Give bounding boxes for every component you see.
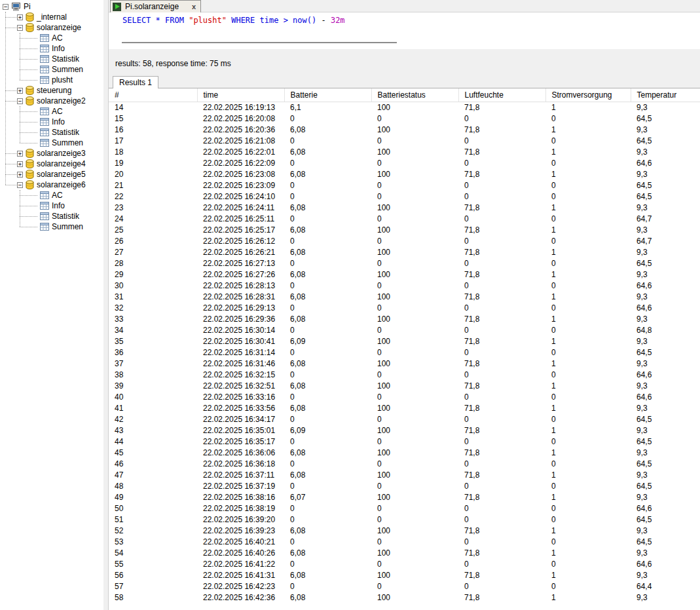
tree-item-ac[interactable]: AC [0,33,103,43]
table-row[interactable]: 3122.02.2025 16:28:316,0810071,819,3 [109,291,700,302]
table-row[interactable]: 1722.02.2025 16:21:08000064,5 [109,135,700,146]
cell-stromversorgung: 1 [545,491,631,503]
table-row[interactable]: 2522.02.2025 16:25:176,0810071,819,3 [109,224,700,235]
tree-item-pi[interactable]: −Pi [0,1,103,12]
table-row[interactable]: 2122.02.2025 16:23:09000064,5 [109,180,700,191]
tree-item-statistik[interactable]: Statistik [0,54,103,64]
editor-tab-label: Pi.solaranzeige [125,2,179,11]
tree-item-solaranzeige4[interactable]: +solaranzeige4 [0,159,103,169]
table-row[interactable]: 1522.02.2025 16:20:08000064,5 [109,113,700,124]
tree-item-ac[interactable]: AC [0,190,103,200]
column-header-num[interactable]: # [109,88,197,102]
cell-num: 26 [109,235,197,246]
tree-item-statistik[interactable]: Statistik [0,127,103,138]
table-row[interactable]: 3822.02.2025 16:32:15000064,6 [109,369,700,380]
cell-stromversorgung: 1 [545,168,631,180]
tree-item-info[interactable]: Info [0,43,103,54]
table-row[interactable]: 5822.02.2025 16:42:366,0810071,819,3 [109,592,700,603]
column-header-time[interactable]: time [197,88,284,102]
panel-splitter[interactable] [103,0,108,610]
collapse-box-icon[interactable]: − [3,4,9,10]
table-row[interactable]: 3222.02.2025 16:29:13000064,6 [109,302,700,313]
column-header-luftfeuchte[interactable]: Luftfeuchte [458,88,545,102]
table-row[interactable]: 5322.02.2025 16:40:21000064,5 [109,536,700,547]
tree-item-solaranzeige6[interactable]: −solaranzeige6 [0,180,103,190]
table-row[interactable]: 4622.02.2025 16:36:18000064,5 [109,458,700,469]
table-row[interactable]: 4422.02.2025 16:35:17000064,5 [109,436,700,447]
editor-resize-handle[interactable] [122,42,397,43]
tree-item-info[interactable]: Info [0,200,103,211]
tab-close-icon[interactable]: x [192,3,196,10]
table-row[interactable]: 3522.02.2025 16:30:416,0910071,819,3 [109,335,700,347]
table-row[interactable]: 3922.02.2025 16:32:516,0810071,819,3 [109,380,700,391]
column-header-batteriestatus[interactable]: Batteriestatus [371,88,458,102]
tree-item-solaranzeige5[interactable]: +solaranzeige5 [0,169,103,180]
table-row[interactable]: 2822.02.2025 16:27:13000064,5 [109,257,700,269]
table-row[interactable]: 4222.02.2025 16:34:17000064,5 [109,413,700,425]
table-row[interactable]: 2422.02.2025 16:25:11000064,7 [109,213,700,224]
table-row[interactable]: 4122.02.2025 16:33:566,0810071,819,3 [109,402,700,413]
cell-temperatur: 9,3 [631,358,700,369]
table-row[interactable]: 3322.02.2025 16:29:366,0810071,819,3 [109,313,700,324]
cell-batterie: 6,1 [284,102,371,113]
table-row[interactable]: 2922.02.2025 16:27:266,0810071,819,3 [109,269,700,280]
expand-box-icon[interactable]: + [17,172,23,178]
table-row[interactable]: 2222.02.2025 16:24:10000064,5 [109,191,700,202]
table-row[interactable]: 3622.02.2025 16:31:14000064,5 [109,347,700,358]
table-row[interactable]: 4822.02.2025 16:37:19000064,5 [109,480,700,491]
table-row[interactable]: 5722.02.2025 16:42:23000064,4 [109,581,700,592]
tree-item-plusht[interactable]: plusht [0,75,103,85]
table-row[interactable]: 5622.02.2025 16:41:316,0810071,819,3 [109,569,700,581]
tree-item-ac[interactable]: AC [0,106,103,117]
table-row[interactable]: 3022.02.2025 16:28:13000064,6 [109,280,700,291]
expand-box-icon[interactable]: + [17,151,23,157]
table-row[interactable]: 2022.02.2025 16:23:086,0810071,819,3 [109,168,700,180]
expand-box-icon[interactable]: + [17,14,23,20]
cell-time: 22.02.2025 16:24:11 [197,202,284,213]
expand-box-icon[interactable]: + [17,161,23,167]
tab-results-1[interactable]: Results 1 [113,76,158,88]
tab-pi-solaranzeige[interactable]: Pi.solaranzeige x [110,0,201,12]
query-editor[interactable]: SELECT * FROM "plusht" WHERE time > now(… [109,12,700,49]
collapse-box-icon[interactable]: − [17,182,23,188]
measurement-icon [40,212,49,220]
table-row[interactable]: 4522.02.2025 16:36:066,0810071,819,3 [109,447,700,458]
table-row[interactable]: 3422.02.2025 16:30:14000064,8 [109,324,700,335]
table-row[interactable]: 4922.02.2025 16:38:166,0710071,819,3 [109,491,700,503]
tree-item-steuerung[interactable]: +steuerung [0,85,103,96]
column-header-stromversorgung[interactable]: Stromversorgung [545,88,631,102]
collapse-box-icon[interactable]: − [17,98,23,104]
tree-item-solaranzeige[interactable]: −solaranzeige [0,22,103,33]
tree-item-statistik[interactable]: Statistik [0,211,103,221]
tree-item-solaranzeige2[interactable]: −solaranzeige2 [0,96,103,106]
tree-item-info[interactable]: Info [0,117,103,127]
table-row[interactable]: 1922.02.2025 16:22:09000064,6 [109,157,700,168]
table-row[interactable]: 4322.02.2025 16:35:016,0910071,819,3 [109,425,700,436]
table-row[interactable]: 1822.02.2025 16:22:016,0810071,819,3 [109,146,700,157]
cell-luftfeuchte: 0 [458,436,545,447]
table-row[interactable]: 2622.02.2025 16:26:12000064,7 [109,235,700,246]
table-row[interactable]: 5122.02.2025 16:39:20000064,5 [109,514,700,525]
table-row[interactable]: 4022.02.2025 16:33:16000064,6 [109,391,700,402]
tree-item-summen[interactable]: Summen [0,138,103,148]
table-row[interactable]: 5422.02.2025 16:40:266,0810071,819,3 [109,547,700,558]
table-row[interactable]: 2322.02.2025 16:24:116,0810071,819,3 [109,202,700,213]
tree-item-summen[interactable]: Summen [0,221,103,232]
column-header-batterie[interactable]: Batterie [284,88,371,102]
column-header-temperatur[interactable]: Temperatur [631,88,700,102]
expand-box-icon[interactable]: + [17,88,23,94]
table-row[interactable]: 3722.02.2025 16:31:466,0810071,819,3 [109,358,700,369]
collapse-box-icon[interactable]: − [17,25,23,31]
table-row[interactable]: 5222.02.2025 16:39:236,0810071,819,3 [109,525,700,536]
tree-item-summen[interactable]: Summen [0,64,103,75]
table-row[interactable]: 4722.02.2025 16:37:116,0810071,819,3 [109,469,700,480]
tree-item-_internal[interactable]: +_internal [0,12,103,22]
cell-luftfeuchte: 0 [458,213,545,224]
cell-batterie: 0 [284,324,371,335]
table-row[interactable]: 5022.02.2025 16:38:19000064,6 [109,503,700,514]
tree-item-solaranzeige3[interactable]: +solaranzeige3 [0,148,103,159]
table-row[interactable]: 5522.02.2025 16:41:22000064,6 [109,558,700,569]
table-row[interactable]: 1422.02.2025 16:19:136,110071,819,3 [109,102,700,113]
table-row[interactable]: 2722.02.2025 16:26:216,0810071,819,3 [109,246,700,257]
table-row[interactable]: 1622.02.2025 16:20:366,0810071,819,3 [109,124,700,135]
